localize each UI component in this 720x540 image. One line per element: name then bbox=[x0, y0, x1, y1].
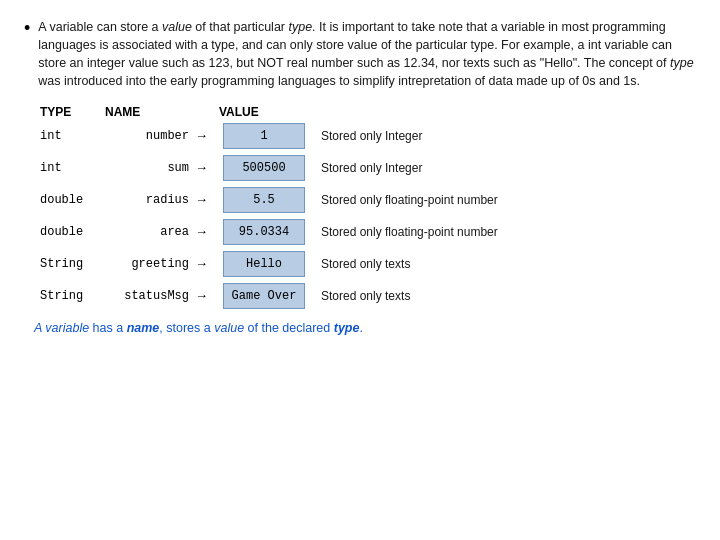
value-box-2: 5.5 bbox=[223, 187, 305, 213]
col-header-value: VALUE bbox=[219, 105, 299, 119]
cell-name-0: number bbox=[105, 129, 195, 143]
table-row: String statusMsg → Game Over Stored only… bbox=[34, 283, 696, 309]
value-box-cell-1: 500500 bbox=[219, 155, 309, 181]
value-box-cell-0: 1 bbox=[219, 123, 309, 149]
value-box-5: Game Over bbox=[223, 283, 305, 309]
description-5: Stored only texts bbox=[321, 289, 410, 303]
cell-name-4: greeting bbox=[105, 257, 195, 271]
description-0: Stored only Integer bbox=[321, 129, 422, 143]
cell-type-5: String bbox=[40, 289, 105, 303]
table-row: int sum → 500500 Stored only Integer bbox=[34, 155, 696, 181]
value-box-0: 1 bbox=[223, 123, 305, 149]
description-3: Stored only floating-point number bbox=[321, 225, 498, 239]
arrow-icon-2: → bbox=[195, 192, 219, 207]
arrow-icon-1: → bbox=[195, 160, 219, 175]
value-box-cell-2: 5.5 bbox=[219, 187, 309, 213]
arrow-icon-4: → bbox=[195, 256, 219, 271]
col-header-name: NAME bbox=[105, 105, 195, 119]
value-box-4: Hello bbox=[223, 251, 305, 277]
table-row: double area → 95.0334 Stored only floati… bbox=[34, 219, 696, 245]
cell-type-1: int bbox=[40, 161, 105, 175]
cell-name-5: statusMsg bbox=[105, 289, 195, 303]
value-box-3: 95.0334 bbox=[223, 219, 305, 245]
value-box-1: 500500 bbox=[223, 155, 305, 181]
value-box-cell-5: Game Over bbox=[219, 283, 309, 309]
bullet-dot: • bbox=[24, 16, 30, 91]
bullet-section: • A variable can store a value of that p… bbox=[24, 18, 696, 91]
value-box-cell-3: 95.0334 bbox=[219, 219, 309, 245]
table-row: double radius → 5.5 Stored only floating… bbox=[34, 187, 696, 213]
description-2: Stored only floating-point number bbox=[321, 193, 498, 207]
description-1: Stored only Integer bbox=[321, 161, 422, 175]
cell-type-4: String bbox=[40, 257, 105, 271]
table-row: int number → 1 Stored only Integer bbox=[34, 123, 696, 149]
arrow-icon-0: → bbox=[195, 128, 219, 143]
description-4: Stored only texts bbox=[321, 257, 410, 271]
arrow-icon-5: → bbox=[195, 288, 219, 303]
table-row: String greeting → Hello Stored only text… bbox=[34, 251, 696, 277]
col-header-type: TYPE bbox=[40, 105, 105, 119]
cell-type-0: int bbox=[40, 129, 105, 143]
arrow-icon-3: → bbox=[195, 224, 219, 239]
cell-name-1: sum bbox=[105, 161, 195, 175]
paragraph-text: A variable can store a value of that par… bbox=[38, 18, 696, 91]
value-box-cell-4: Hello bbox=[219, 251, 309, 277]
cell-name-3: area bbox=[105, 225, 195, 239]
cell-name-2: radius bbox=[105, 193, 195, 207]
footer-note: A variable has a name, stores a value of… bbox=[34, 321, 696, 335]
cell-type-3: double bbox=[40, 225, 105, 239]
table-header-row: TYPE NAME VALUE bbox=[34, 105, 696, 119]
data-table: TYPE NAME VALUE int number → 1 Stored on… bbox=[34, 105, 696, 309]
cell-type-2: double bbox=[40, 193, 105, 207]
